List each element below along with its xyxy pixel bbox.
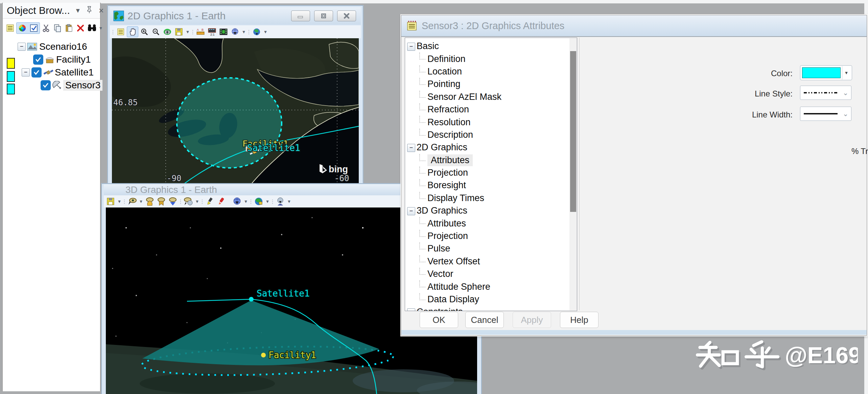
tree-scrollbar[interactable]	[569, 38, 577, 310]
cut-icon[interactable]	[41, 23, 51, 33]
tree-item-selected[interactable]: Attributes	[405, 154, 577, 167]
chevron-down-icon[interactable]: ▾	[138, 196, 144, 206]
globe2-icon[interactable]	[251, 27, 262, 37]
close-icon[interactable]: ×	[99, 5, 104, 16]
color-wheel-icon[interactable]	[17, 23, 28, 33]
line-style-combo[interactable]: ⌄	[800, 86, 851, 100]
save-icon[interactable]	[173, 27, 184, 37]
tree-item-scenario[interactable]: − Scenario16	[18, 41, 87, 52]
chevron-down-icon[interactable]: ▾	[185, 27, 190, 37]
view-down-icon[interactable]	[167, 196, 178, 206]
overflow-icon[interactable]: ▾	[286, 196, 292, 206]
satellite-color-swatch[interactable]	[7, 71, 15, 82]
tree-item[interactable]: Definition	[405, 52, 577, 65]
checked-checkbox-icon[interactable]	[31, 67, 42, 78]
tree-item-facility[interactable]: Facility1	[33, 54, 91, 65]
collapse-icon[interactable]: −	[18, 43, 26, 51]
tree-item[interactable]: Projection	[405, 167, 577, 179]
view-bookmark-icon[interactable]	[156, 196, 167, 206]
restore-icon[interactable]	[314, 10, 333, 21]
scrollbar-thumb[interactable]	[570, 51, 576, 212]
tree-group[interactable]: −Basic	[405, 40, 577, 52]
report-icon[interactable]	[5, 23, 16, 33]
tree-group[interactable]: −3D Graphics	[405, 204, 577, 217]
tree-item[interactable]: Vertex Offset	[405, 255, 577, 268]
view-home-icon[interactable]	[144, 196, 155, 206]
map-2d-viewport[interactable]: Facility1 Satellite1 46.85 -90 -60 bing	[112, 38, 359, 186]
collapse-icon[interactable]: −	[22, 68, 30, 76]
globe-down-icon[interactable]	[232, 196, 242, 206]
view-cursor-icon[interactable]	[127, 196, 138, 206]
chevron-down-icon[interactable]: ▾	[263, 27, 268, 37]
tree-item[interactable]: Description	[405, 129, 577, 141]
overflow-icon[interactable]: ▾	[98, 23, 103, 33]
globe-green-icon[interactable]	[253, 196, 264, 206]
window-2d-titlebar[interactable]: 2D Graphics 1 - Earth	[110, 7, 361, 25]
tree-item-satellite[interactable]: − Satellite1	[22, 67, 94, 78]
check-list-icon[interactable]	[28, 23, 39, 33]
pin-icon[interactable]	[86, 6, 93, 15]
tree-item-label: Sensor3	[63, 80, 102, 91]
tree-item[interactable]: Resolution	[405, 116, 577, 128]
collapse-icon[interactable]: −	[407, 144, 415, 152]
color-dropdown-button[interactable]: ▾	[842, 66, 850, 80]
copy-icon[interactable]	[52, 23, 63, 33]
tree-item[interactable]: Projection	[405, 230, 577, 242]
collapse-icon[interactable]: −	[407, 308, 415, 311]
close-icon[interactable]	[337, 10, 356, 21]
tree-item[interactable]: Vector	[405, 268, 577, 280]
sensor-color-swatch[interactable]	[7, 84, 15, 94]
tree-item[interactable]: Pointing	[405, 78, 577, 90]
line-width-combo[interactable]: ⌄	[800, 107, 851, 121]
camera-icon[interactable]	[162, 27, 173, 37]
svg-text:Facility1: Facility1	[268, 350, 316, 360]
chevron-down-icon[interactable]: ▾	[241, 27, 247, 37]
highlight-pen-icon[interactable]	[205, 196, 215, 206]
find-icon[interactable]	[87, 23, 97, 33]
zoom-ratio-icon[interactable]: 2:1	[207, 27, 217, 37]
ok-button[interactable]: OK	[420, 312, 458, 328]
tree-item[interactable]: Display Times	[405, 192, 577, 204]
tree-item[interactable]: Attributes	[405, 217, 577, 229]
tree-item[interactable]: Location	[405, 65, 577, 78]
tree-item[interactable]: Boresight	[405, 179, 577, 192]
paste-icon[interactable]	[64, 23, 74, 33]
collapse-icon[interactable]: −	[407, 207, 415, 215]
apply-button[interactable]: Apply	[513, 312, 551, 328]
checked-checkbox-icon[interactable]	[41, 80, 51, 90]
tree-item[interactable]: Pulse	[405, 242, 577, 255]
save-icon[interactable]	[105, 196, 116, 206]
dropdown-arrow-icon[interactable]: ▾	[76, 6, 80, 15]
tree-group[interactable]: −Constraints	[405, 306, 577, 311]
overflow-icon[interactable]: ▾	[243, 196, 249, 206]
pan-hand-icon[interactable]	[127, 26, 138, 37]
zoom-in-icon[interactable]	[139, 27, 150, 37]
view-globe-icon[interactable]	[183, 196, 194, 206]
facility-color-swatch[interactable]	[7, 58, 15, 69]
minimize-icon[interactable]	[291, 10, 310, 21]
tree-group[interactable]: −2D Graphics	[405, 141, 577, 154]
measure-icon[interactable]: AB	[195, 27, 206, 37]
tree-item[interactable]: Refraction	[405, 103, 577, 116]
collapse-icon[interactable]: −	[407, 43, 415, 51]
help-button[interactable]: Help	[560, 312, 599, 328]
cancel-button[interactable]: Cancel	[465, 312, 504, 328]
report-icon[interactable]	[115, 27, 126, 37]
chevron-down-icon[interactable]: ▾	[194, 196, 200, 206]
overflow-icon[interactable]: ▾	[265, 196, 270, 206]
viewer-icon[interactable]	[275, 196, 286, 206]
delete-icon[interactable]	[75, 23, 86, 33]
color-picker[interactable]: ▾	[800, 65, 852, 80]
globe-menu-icon[interactable]	[230, 27, 240, 37]
red-pen-icon[interactable]	[216, 196, 227, 206]
tree-label: Vertex Offset	[427, 256, 480, 267]
checked-checkbox-icon[interactable]	[33, 54, 43, 65]
tree-item[interactable]: Attitude Sphere	[405, 280, 577, 293]
tree-item[interactable]: Sensor AzEl Mask	[405, 91, 577, 103]
animation-icon[interactable]	[218, 27, 229, 37]
dialog-titlebar[interactable]: Sensor3 : 2D Graphics Attributes	[401, 15, 867, 37]
overflow-icon[interactable]: ▾	[117, 196, 122, 206]
tree-item-sensor[interactable]: Sensor3	[41, 80, 102, 91]
tree-item[interactable]: Data Display	[405, 293, 577, 306]
zoom-out-icon[interactable]	[150, 27, 161, 37]
